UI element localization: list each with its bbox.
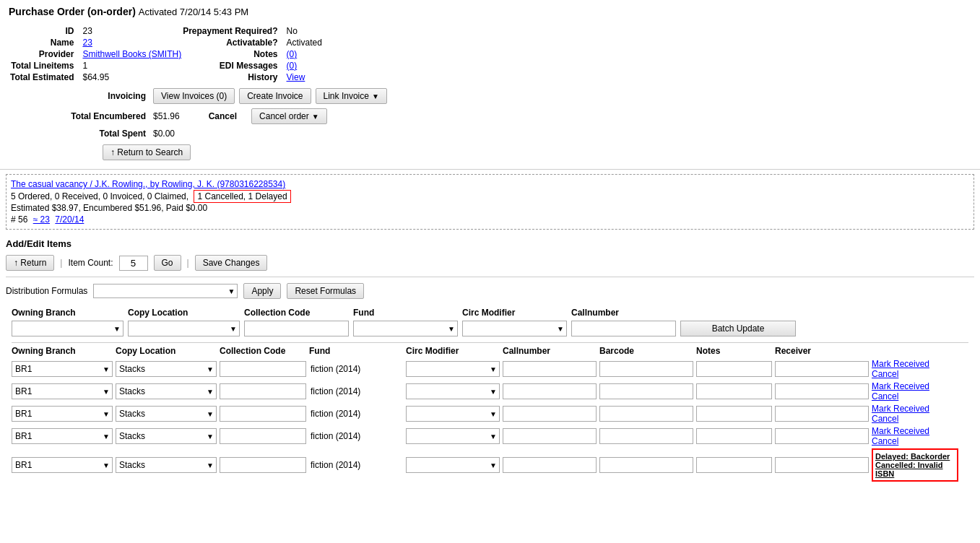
row-collection-code-input[interactable]: [220, 428, 306, 444]
activatable-value: Activated: [287, 38, 322, 48]
lineitem-title[interactable]: The casual vacancy / J.K. Rowling., by R…: [11, 179, 969, 189]
name-label: Name: [10, 38, 81, 48]
notes-link[interactable]: (0): [287, 49, 298, 59]
provider-link[interactable]: Smithwell Books (SMITH): [82, 49, 181, 59]
row-circ-modifier-wrap: ▼: [406, 383, 500, 399]
row-barcode-input[interactable]: [599, 457, 693, 473]
edi-link[interactable]: (0): [287, 61, 298, 71]
lineitem-title-link[interactable]: The casual vacancy / J.K. Rowling., by R…: [11, 179, 285, 189]
row-notes-input[interactable]: [696, 361, 772, 377]
filter-collection-code-input[interactable]: [244, 321, 349, 336]
row-callnumber-input[interactable]: [503, 428, 597, 444]
row-receiver-input[interactable]: [775, 406, 869, 422]
row-copy-location-select[interactable]: Stacks: [116, 457, 217, 473]
row-callnumber-input[interactable]: [503, 383, 597, 399]
data-col-notes: Notes: [696, 346, 772, 356]
row-copy-location-wrap: Stacks ▼: [116, 428, 217, 444]
view-invoices-button[interactable]: View Invoices (0): [153, 88, 235, 104]
table-section: Owning Branch Copy Location Collection C…: [6, 308, 974, 482]
id-label: ID: [10, 26, 81, 36]
lineitem-date-link[interactable]: 7/20/14: [55, 214, 84, 225]
row-callnumber-input[interactable]: [503, 361, 597, 377]
row-receiver-input[interactable]: [775, 428, 869, 444]
cancel-link[interactable]: Cancel: [872, 369, 958, 379]
return-to-search-button[interactable]: ↑ Return to Search: [103, 144, 191, 160]
row-notes-input[interactable]: [696, 457, 772, 473]
row-circ-modifier-select[interactable]: [406, 457, 500, 473]
distribution-select[interactable]: [93, 284, 238, 298]
row-barcode-input[interactable]: [599, 406, 693, 422]
mark-received-link[interactable]: Mark Received: [872, 381, 958, 391]
table-row: BR1 ▼ Stacks ▼ fiction (2014) ▼ Mark Rec…: [12, 359, 968, 379]
row-notes-input[interactable]: [696, 406, 772, 422]
row-actions: Mark Received Cancel: [872, 381, 958, 401]
row-collection-code-input[interactable]: [220, 457, 306, 473]
mark-received-link[interactable]: Mark Received: [872, 359, 958, 369]
cancel-link[interactable]: Cancel: [872, 391, 958, 401]
cancel-order-button[interactable]: Cancel order ▼: [251, 108, 327, 124]
filter-copy-location-select[interactable]: [128, 321, 240, 336]
total-spent-row: Total Spent $0.00: [9, 129, 971, 139]
row-circ-modifier-select[interactable]: [406, 383, 500, 399]
row-copy-location-select[interactable]: Stacks: [116, 361, 217, 377]
row-circ-modifier-select[interactable]: [406, 406, 500, 422]
row-branch-select[interactable]: BR1: [12, 406, 113, 422]
apply-button[interactable]: Apply: [243, 283, 281, 299]
row-branch-select[interactable]: BR1: [12, 361, 113, 377]
history-link[interactable]: View: [287, 72, 305, 82]
col-header-collection-code: Collection Code: [244, 308, 349, 318]
history-label: History: [183, 72, 285, 82]
row-collection-code-input[interactable]: [220, 361, 306, 377]
filter-callnumber-input[interactable]: [571, 321, 676, 336]
row-notes-input[interactable]: [696, 383, 772, 399]
name-link[interactable]: 23: [82, 38, 92, 48]
lineitem-po-link[interactable]: ≈ 23: [33, 214, 50, 225]
cancel-link[interactable]: Cancel: [872, 436, 958, 446]
mark-received-link[interactable]: Mark Received: [872, 426, 958, 436]
row-barcode-input[interactable]: [599, 361, 693, 377]
save-changes-button[interactable]: Save Changes: [195, 255, 268, 271]
cancel-label: Cancel: [209, 111, 244, 121]
row-branch-select[interactable]: BR1: [12, 457, 113, 473]
add-edit-title: Add/Edit Items: [6, 238, 974, 249]
row-receiver-input[interactable]: [775, 361, 869, 377]
row-callnumber-input[interactable]: [503, 406, 597, 422]
total-encumbered-label: Total Encumbered: [9, 111, 153, 121]
row-callnumber-input[interactable]: [503, 457, 597, 473]
batch-update-button[interactable]: Batch Update: [680, 321, 796, 336]
return-button[interactable]: ↑ Return: [6, 255, 54, 271]
lineitem-links-row: # 56 ≈ 23 7/20/14: [11, 214, 969, 225]
row-copy-location-select[interactable]: Stacks: [116, 383, 217, 399]
row-branch-select[interactable]: BR1: [12, 428, 113, 444]
filter-fund-select[interactable]: [353, 321, 458, 336]
create-invoice-button[interactable]: Create Invoice: [239, 88, 311, 104]
go-button[interactable]: Go: [154, 255, 181, 271]
mark-received-link[interactable]: Mark Received: [872, 404, 958, 414]
row-collection-code-input[interactable]: [220, 406, 306, 422]
reset-formulas-button[interactable]: Reset Formulas: [287, 283, 364, 299]
row-branch-wrap: BR1 ▼: [12, 361, 113, 377]
row-receiver-input[interactable]: [775, 383, 869, 399]
row-barcode-input[interactable]: [599, 383, 693, 399]
cancel-link[interactable]: Cancel: [872, 414, 958, 424]
filter-branch-select[interactable]: [12, 321, 123, 336]
row-barcode-input[interactable]: [599, 428, 693, 444]
row-circ-modifier-select[interactable]: [406, 428, 500, 444]
row-circ-modifier-select[interactable]: [406, 361, 500, 377]
link-invoice-arrow-icon: ▼: [372, 92, 379, 100]
row-copy-location-select[interactable]: Stacks: [116, 428, 217, 444]
row-branch-select[interactable]: BR1: [12, 383, 113, 399]
prepayment-label: Prepayment Required?: [183, 26, 285, 36]
data-col-circ-modifier: Circ Modifier: [406, 346, 500, 356]
filter-circ-modifier-select[interactable]: [462, 321, 567, 336]
row-copy-location-select[interactable]: Stacks: [116, 406, 217, 422]
data-col-actions: [872, 346, 958, 356]
row-circ-modifier-wrap: ▼: [406, 406, 500, 422]
row-receiver-input[interactable]: [775, 457, 869, 473]
row-collection-code-input[interactable]: [220, 383, 306, 399]
total-lineitems-label: Total Lineitems: [10, 61, 81, 71]
row-notes-input[interactable]: [696, 428, 772, 444]
data-col-receiver: Receiver: [775, 346, 869, 356]
link-invoice-button[interactable]: Link Invoice ▼: [316, 88, 387, 104]
item-count-input[interactable]: [119, 256, 148, 271]
